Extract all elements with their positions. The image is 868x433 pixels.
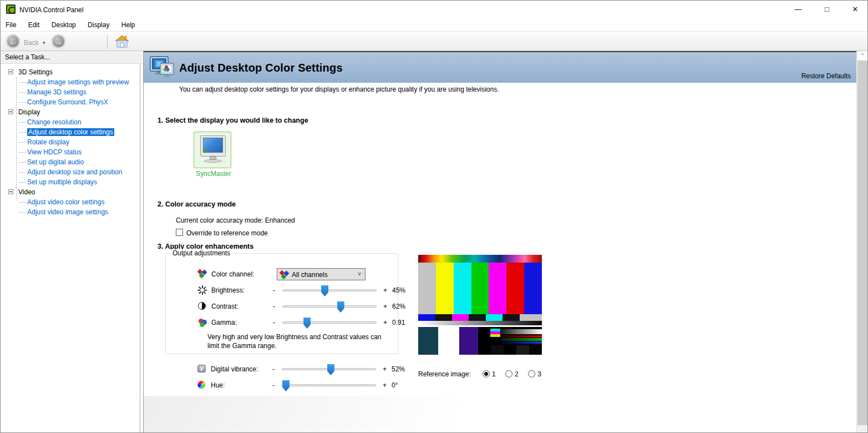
page-description: You can adjust desktop color settings fo… [179,85,499,93]
scrollbar-up-icon[interactable]: ⌃ [857,51,867,61]
minimize-icon: — [795,5,802,13]
tree-node-3d-settings[interactable]: 3D Settings [4,67,140,77]
tree-item-set-up-digital-audio[interactable]: Set up digital audio [4,157,140,167]
title-bar: NVIDIA Control Panel — □ ✕ [1,1,867,18]
section2-heading: 2. Color accuracy mode [158,200,236,208]
tree-item-adjust-video-image-settings[interactable]: Adjust video image settings [4,207,140,217]
tree-collapse-icon[interactable] [8,109,13,114]
gamma-label: Gamma: [211,319,237,326]
contrast-slider-thumb[interactable] [337,301,344,313]
slider-plus: + [383,365,387,373]
tree-node-video[interactable]: Video [4,187,140,197]
slider-minus: - [273,303,275,310]
tree-item-manage-3d-settings[interactable]: Manage 3D settings [4,87,140,97]
slider-plus: + [383,303,387,310]
radio-icon [505,370,512,377]
menu-bar: File Edit Desktop Display Help [1,18,867,32]
back-button[interactable]: ← [6,34,20,48]
hue-slider-thumb[interactable] [282,380,290,391]
restore-defaults-link[interactable]: Restore Defaults [801,72,851,80]
digital-vibrance-slider-thumb[interactable] [327,364,334,375]
digital-vibrance-slider[interactable] [282,368,376,370]
color-channel-label: Color channel: [211,270,254,278]
minimize-button[interactable]: — [785,1,811,18]
slider-plus: + [383,286,387,294]
output-adjustments-groupbox: Output adjustments Color channel: All ch… [165,253,398,354]
gamma-note: Very high and very low Brightness and Co… [207,333,390,350]
gamma-slider-thumb[interactable] [303,318,311,329]
tree-item-rotate-display[interactable]: Rotate display [4,137,140,147]
scrollbar-thumb[interactable] [857,61,867,425]
forward-button[interactable]: → [52,34,65,48]
main-content: Adjust Desktop Color Settings Restore De… [144,51,857,433]
maximize-button[interactable]: □ [814,1,840,18]
groupbox-label: Output adjustments [170,249,232,257]
vertical-scrollbar[interactable]: ⌃ [856,51,867,433]
page-header-monitors-icon [149,54,176,83]
tree-item-change-resolution[interactable]: Change resolution [4,117,140,127]
color-channel-icon [280,270,289,279]
page-header-band: Adjust Desktop Color Settings Restore De… [144,51,857,83]
home-button[interactable] [115,34,129,51]
display-tile-syncmaster[interactable] [194,132,231,168]
reference-image-selector: Reference image: 1 2 3 [418,370,549,378]
tree-item-adjust-video-color-settings[interactable]: Adjust video color settings [4,197,140,207]
nvidia-logo-icon [6,4,16,14]
tree-item-set-up-multiple-displays[interactable]: Set up multiple displays [4,177,140,187]
chevron-down-icon: ▾ [43,40,45,46]
tree-item-view-hdcp-status[interactable]: View HDCP status [4,147,140,157]
contrast-label: Contrast: [211,303,238,310]
reference-image-label: Reference image: [418,370,471,378]
reference-radio-1[interactable]: 1 [483,370,496,378]
hue-label: Hue: [211,381,225,389]
slider-minus: - [272,365,275,373]
color-channel-value: All channels [292,271,328,279]
slider-minus: - [272,381,275,389]
maximize-icon: □ [825,5,829,13]
brightness-slider[interactable] [282,289,377,291]
task-tree: 3D Settings Adjust image settings with p… [1,64,140,217]
color-bars [418,263,542,314]
menu-help[interactable]: Help [116,18,140,32]
brightness-slider-thumb[interactable] [321,285,328,296]
tree-item-adjust-desktop-size-position[interactable]: Adjust desktop size and position [4,167,140,177]
reference-test-pattern-image [418,255,542,355]
gamma-icon [198,318,207,327]
toolbar: ← Back ▾ → [1,32,867,51]
reference-radio-2[interactable]: 2 [505,370,519,378]
menu-desktop[interactable]: Desktop [47,18,81,32]
gamma-slider[interactable] [282,321,377,324]
override-reference-checkbox[interactable] [176,229,183,236]
forward-icon: → [54,37,63,46]
digital-vibrance-label: Digital vibrance: [211,365,258,373]
menu-display[interactable]: Display [83,18,114,32]
back-label: Back [24,39,39,47]
task-tree-panel: 3D Settings Adjust image settings with p… [1,64,140,433]
tree-collapse-icon[interactable] [8,189,13,194]
radio-icon [528,370,535,377]
rainbow-strip [418,255,542,263]
color-channel-dropdown[interactable]: All channels ˅ [277,268,366,280]
tree-collapse-icon[interactable] [8,69,13,74]
tree-node-display[interactable]: Display [4,107,140,117]
tree-item-configure-surround-physx[interactable]: Configure Surround, PhysX [4,97,140,107]
hue-slider[interactable] [282,384,376,386]
monitor-icon [200,135,226,157]
back-history-caret[interactable]: ▾ [43,40,45,46]
slider-plus: + [383,319,387,326]
menu-file[interactable]: File [1,18,21,32]
slider-minus: - [273,286,275,294]
digital-vibrance-icon: V [197,365,206,374]
override-reference-label: Override to reference mode [186,229,268,237]
small-color-bars [418,314,542,321]
menu-edit[interactable]: Edit [23,18,45,32]
close-button[interactable]: ✕ [842,1,868,18]
brightness-icon [198,286,207,295]
contrast-slider[interactable] [282,305,377,308]
slider-minus: - [273,319,275,326]
reference-radio-3[interactable]: 3 [528,370,541,378]
gamma-value: 0.91 [392,319,405,326]
tree-item-adjust-image-settings[interactable]: Adjust image settings with preview [4,77,140,87]
tree-item-adjust-desktop-color-settings[interactable]: Adjust desktop color settings [4,127,140,137]
home-icon [115,34,129,49]
